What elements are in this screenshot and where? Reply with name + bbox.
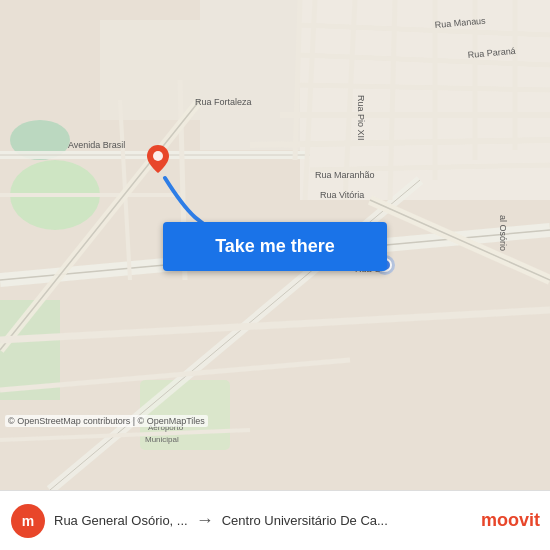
button-label: Take me there xyxy=(215,236,335,257)
map-container: Rua Manaus Rua Paraná Rua Fortaleza Aven… xyxy=(0,0,550,490)
moovit-text: moovit xyxy=(481,510,540,530)
moovit-logo: m xyxy=(10,503,46,539)
bottom-bar: m Rua General Osório, ... → Centro Unive… xyxy=(0,490,550,550)
direction-arrow: → xyxy=(196,510,214,531)
destination-text: Centro Universitário De Ca... xyxy=(222,513,388,528)
map-attribution: © OpenStreetMap contributors | © OpenMap… xyxy=(5,415,208,427)
origin-text: Rua General Osório, ... xyxy=(54,513,188,528)
destination-pin xyxy=(147,145,169,173)
svg-point-48 xyxy=(153,151,163,161)
take-me-there-button[interactable]: Take me there xyxy=(163,222,387,271)
moovit-brand: moovit xyxy=(481,510,540,531)
svg-text:m: m xyxy=(22,513,34,529)
